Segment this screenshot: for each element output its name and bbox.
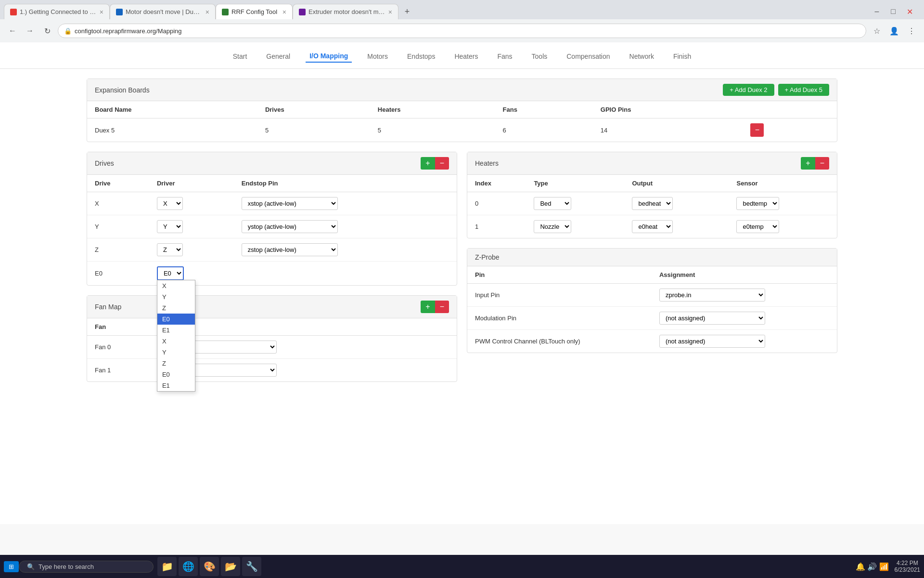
heaters-cell: 5 [370, 118, 495, 142]
zprobe-pwm-select[interactable]: zprobe.in(not assigned) [659, 335, 765, 348]
nav-general[interactable]: General [262, 51, 294, 62]
dropdown-option-z1[interactable]: Z [157, 302, 195, 314]
tab-close-4[interactable]: × [388, 8, 392, 16]
nav-network[interactable]: Network [626, 51, 658, 62]
fan-map-card: Fan Map + − Fan Output [87, 295, 457, 382]
zprobe-col-pin: Pin [467, 266, 652, 284]
expansion-boards-table: Board Name Drives Heaters Fans GPIO Pins… [87, 101, 837, 142]
heater-1-output-select[interactable]: bedheate0heate1heat [632, 220, 673, 233]
close-button[interactable]: ✕ [903, 5, 916, 18]
heater-0-sensor-select[interactable]: bedtempe0tempe1temp [736, 197, 779, 210]
heater-1-sensor-select[interactable]: bedtempe0tempe1temp [736, 220, 779, 233]
driver-e0-select[interactable]: XYZE0E1 [157, 266, 184, 280]
driver-e0-dropdown[interactable]: X Y Z E0 E1 X Y Z [157, 280, 195, 392]
heaters-add-remove: + − [801, 157, 829, 170]
heater-1-type-select[interactable]: BedNozzle [534, 220, 571, 233]
add-drive-button[interactable]: + [421, 157, 435, 170]
zprobe-input-pin-select[interactable]: zprobe.in(not assigned) [659, 289, 765, 302]
drives-table: Drive Driver Endstop Pin X [87, 175, 457, 285]
nav-heaters[interactable]: Heaters [450, 51, 482, 62]
dropdown-option-y2[interactable]: Y [157, 347, 195, 358]
minimize-button[interactable]: – [870, 5, 884, 18]
add-fan-button[interactable]: + [421, 301, 435, 313]
nav-compensation[interactable]: Compensation [563, 51, 614, 62]
endstop-z-select[interactable]: xstop (active-low)ystop (active-low)zsto… [242, 243, 338, 256]
heater-col-index: Index [467, 175, 526, 192]
tab-close-1[interactable]: × [100, 8, 103, 16]
heater-0-type-select[interactable]: BedNozzle [534, 197, 571, 210]
expansion-boards-header: Expansion Boards + Add Duex 2 + Add Duex… [87, 79, 837, 101]
back-button[interactable]: ← [6, 24, 19, 38]
zprobe-row-modulation: Modulation Pin zprobe.in(not assigned) [467, 307, 837, 330]
browser-chrome: 1.) Getting Connected to your D... × Mot… [0, 0, 924, 42]
drive-z-label: Z [87, 238, 149, 262]
menu-button[interactable]: ⋮ [905, 24, 918, 38]
dropdown-option-x2[interactable]: X [157, 336, 195, 347]
remove-fan-button[interactable]: − [435, 301, 449, 313]
endstop-x-select[interactable]: xstop (active-low)ystop (active-low)zsto… [242, 197, 338, 210]
main-content: Expansion Boards + Add Duex 2 + Add Duex… [0, 69, 924, 401]
zprobe-card: Z-Probe Pin Assignment [467, 248, 837, 353]
zprobe-modulation-label: Modulation Pin [467, 307, 652, 330]
bookmark-button[interactable]: ☆ [870, 24, 884, 38]
driver-y-select[interactable]: XYZE0E1 [157, 220, 183, 233]
browser-toolbar: ← → ↻ 🔒 configtool.reprapfirmware.org/Ma… [0, 19, 924, 42]
dropdown-option-e0-2[interactable]: E0 [157, 369, 195, 380]
nav-start[interactable]: Start [229, 51, 251, 62]
drives-card: Drives + − Drive Driver E [87, 152, 457, 286]
address-text: configtool.reprapfirmware.org/Mapping [75, 27, 182, 35]
browser-tab-4[interactable]: Extruder motor doesn't move | D... × [293, 4, 398, 19]
nav-finish[interactable]: Finish [669, 51, 695, 62]
nav-tools[interactable]: Tools [528, 51, 552, 62]
fan-map-title: Fan Map [95, 303, 121, 311]
profile-button[interactable]: 👤 [887, 24, 901, 38]
tab-favicon-1 [10, 9, 17, 15]
drive-col-drive: Drive [87, 175, 149, 192]
dropdown-option-e0-1[interactable]: E0 [157, 314, 195, 325]
fan-map-table: Fan Output Fan 0 fan0fan1fan2 [87, 318, 457, 381]
nav-motors[interactable]: Motors [363, 51, 392, 62]
tab-close-3[interactable]: × [282, 8, 286, 16]
endstop-y-select[interactable]: xstop (active-low)ystop (active-low)zsto… [242, 220, 338, 233]
remove-drive-button[interactable]: − [435, 157, 449, 170]
add-duex5-button[interactable]: + Add Duex 5 [778, 84, 829, 96]
add-duex2-button[interactable]: + Add Duex 2 [723, 84, 774, 96]
drive-col-driver: Driver [149, 175, 234, 192]
heater-1-index: 1 [467, 215, 526, 238]
tab-close-2[interactable]: × [205, 8, 209, 16]
expansion-boards-title: Expansion Boards [95, 86, 150, 94]
remove-board-button[interactable]: − [750, 123, 764, 137]
dropdown-option-z2[interactable]: Z [157, 358, 195, 369]
reload-button[interactable]: ↻ [40, 24, 54, 38]
zprobe-header: Z-Probe [467, 249, 837, 266]
heater-0-output-select[interactable]: bedheate0heate1heat [632, 197, 673, 210]
nav-io-mapping[interactable]: I/O Mapping [306, 50, 352, 63]
fan-row-0: Fan 0 fan0fan1fan2 [87, 336, 457, 359]
drives-title: Drives [95, 159, 114, 167]
zprobe-col-assignment: Assignment [652, 266, 837, 284]
driver-x-select[interactable]: XYZE0E1 [157, 197, 183, 210]
nav-endstops[interactable]: Endstops [403, 51, 439, 62]
forward-button[interactable]: → [23, 24, 37, 38]
nav-fans[interactable]: Fans [493, 51, 516, 62]
heater-0-index: 0 [467, 192, 526, 215]
dropdown-option-e1-1[interactable]: E1 [157, 325, 195, 336]
col-fans: Fans [495, 101, 593, 118]
new-tab-button[interactable]: + [400, 5, 414, 18]
address-bar[interactable]: 🔒 configtool.reprapfirmware.org/Mapping [58, 24, 866, 38]
remove-heater-button[interactable]: − [815, 157, 829, 170]
drive-col-endstop: Endstop Pin [234, 175, 457, 192]
browser-tab-2[interactable]: Motor doesn't move | Duet3D × [110, 4, 216, 19]
table-row: Duex 5 5 5 6 14 − [87, 118, 837, 142]
maximize-button[interactable]: □ [886, 5, 900, 18]
driver-z-select[interactable]: XYZE0E1 [157, 243, 183, 256]
dropdown-option-e1-2[interactable]: E1 [157, 380, 195, 391]
lock-icon: 🔒 [64, 27, 72, 35]
browser-tab-1[interactable]: 1.) Getting Connected to your D... × [4, 4, 110, 19]
drives-add-remove: + − [421, 157, 449, 170]
browser-tab-3[interactable]: RRF Config Tool × [216, 4, 293, 19]
dropdown-option-y1[interactable]: Y [157, 291, 195, 302]
dropdown-option-x1[interactable]: X [157, 280, 195, 291]
add-heater-button[interactable]: + [801, 157, 815, 170]
zprobe-modulation-select[interactable]: zprobe.in(not assigned) [659, 312, 765, 325]
